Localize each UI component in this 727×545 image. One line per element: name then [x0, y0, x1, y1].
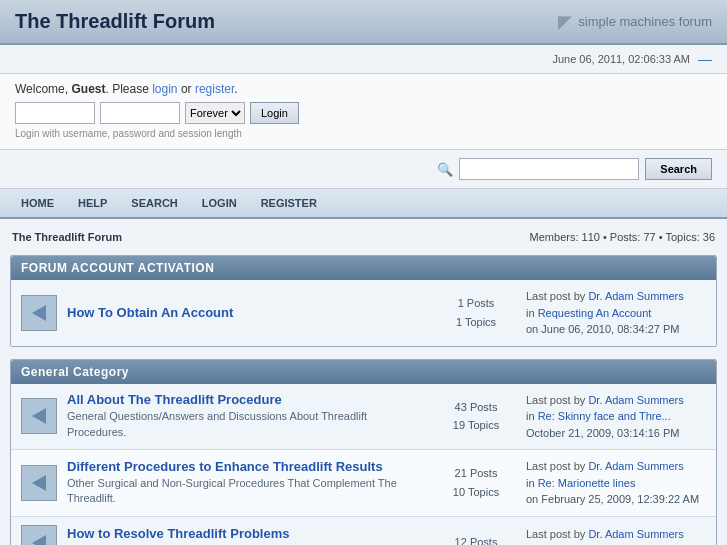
forum-info: How to Resolve Threadlift ProblemsHow To…: [67, 526, 426, 545]
lastpost-thread[interactable]: Re: Skinny face and Thre...: [538, 410, 671, 422]
table-row: How to Resolve Threadlift ProblemsHow To…: [11, 517, 716, 546]
session-select[interactable]: Forever: [185, 102, 245, 124]
lastpost-date: on February 25, 2009, 12:39:22 AM: [526, 493, 699, 505]
posts-count: 12 Posts: [436, 533, 516, 545]
forum-stats: 43 Posts19 Topics: [436, 398, 516, 435]
nav-item-search[interactable]: SEARCH: [120, 193, 188, 213]
password-input[interactable]: [100, 102, 180, 124]
nav-item-home[interactable]: HOME: [10, 193, 65, 213]
navbar: HOMEHELPSEARCHLOGINREGISTER: [0, 189, 727, 219]
forum-title-link[interactable]: Different Procedures to Enhance Threadli…: [67, 459, 383, 474]
forum-info: All About The Threadlift ProcedureGenera…: [67, 392, 426, 440]
forum-description: Other Surgical and Non-Surgical Procedur…: [67, 476, 426, 507]
forum-lastpost: Last post by Dr. Adam Summers: [526, 526, 706, 545]
table-row: All About The Threadlift ProcedureGenera…: [11, 384, 716, 451]
lastpost-label: Last post by: [526, 460, 588, 472]
breadcrumb: The Threadlift Forum: [12, 231, 122, 243]
table-row: How To Obtain An Account1 Posts1 TopicsL…: [11, 280, 716, 346]
forum-body: The Threadlift Forum Members: 110 • Post…: [0, 219, 727, 545]
lastpost-thread[interactable]: Re: Marionette lines: [538, 477, 636, 489]
nav-item-help[interactable]: HELP: [67, 193, 118, 213]
forum-info: How To Obtain An Account: [67, 305, 426, 320]
forum-icon: [21, 525, 57, 546]
search-button[interactable]: Search: [645, 158, 712, 180]
forum-title-link[interactable]: How to Resolve Threadlift Problems: [67, 526, 290, 541]
session-hint: Login with username, password and sessio…: [15, 128, 712, 139]
welcome-bar: Welcome, Guest. Please login or register…: [0, 74, 727, 150]
lastpost-date: on June 06, 2010, 08:34:27 PM: [526, 323, 680, 335]
forum-icon: [21, 398, 57, 434]
table-row: Different Procedures to Enhance Threadli…: [11, 450, 716, 517]
forum-lastpost: Last post by Dr. Adam Summersin Requesti…: [526, 288, 706, 338]
forum-title: The Threadlift Forum: [15, 10, 215, 33]
search-input[interactable]: [459, 158, 639, 180]
topics-count: 10 Topics: [436, 483, 516, 502]
forum-stats: 1 Posts1 Topics: [436, 294, 516, 331]
stats-bar: The Threadlift Forum Members: 110 • Post…: [10, 227, 717, 247]
category-header: General Category: [11, 360, 716, 384]
forum-arrow-icon: [32, 305, 46, 321]
nav-item-login[interactable]: LOGIN: [191, 193, 248, 213]
forum-lastpost: Last post by Dr. Adam Summersin Re: Skin…: [526, 392, 706, 442]
smf-arrow-icon: ◤: [558, 11, 572, 33]
search-bar: 🔍 Search: [0, 150, 727, 189]
lastpost-author[interactable]: Dr. Adam Summers: [588, 528, 683, 540]
topics-count: 19 Topics: [436, 416, 516, 435]
lastpost-thread[interactable]: Requesting An Account: [538, 307, 652, 319]
lastpost-author[interactable]: Dr. Adam Summers: [588, 394, 683, 406]
minimize-button[interactable]: —: [698, 51, 712, 67]
username-input[interactable]: [15, 102, 95, 124]
lastpost-label: Last post by: [526, 528, 588, 540]
forum-info: Different Procedures to Enhance Threadli…: [67, 459, 426, 507]
forum-icon: [21, 465, 57, 501]
datetime: June 06, 2011, 02:06:33 AM: [552, 53, 690, 65]
forum-arrow-icon: [32, 535, 46, 546]
lastpost-author[interactable]: Dr. Adam Summers: [588, 460, 683, 472]
welcome-text: Welcome, Guest. Please login or register…: [15, 82, 712, 96]
lastpost-label: Last post by: [526, 394, 588, 406]
guest-label: Guest: [71, 82, 105, 96]
topbar: June 06, 2011, 02:06:33 AM —: [0, 45, 727, 74]
register-link[interactable]: register: [195, 82, 234, 96]
posts-count: 1 Posts: [436, 294, 516, 313]
lastpost-in-label: in: [526, 307, 538, 319]
nav-item-register[interactable]: REGISTER: [250, 193, 328, 213]
posts-count: 21 Posts: [436, 464, 516, 483]
lastpost-in-label: in: [526, 410, 538, 422]
search-icon: 🔍: [437, 162, 453, 177]
forum-title-link[interactable]: How To Obtain An Account: [67, 305, 233, 320]
lastpost-date: October 21, 2009, 03:14:16 PM: [526, 427, 680, 439]
lastpost-label: Last post by: [526, 290, 588, 302]
smf-brand: ◤ simple machines forum: [558, 11, 712, 33]
lastpost-in-label: in: [526, 477, 538, 489]
forum-section-forum-account: FORUM ACCOUNT ACTIVATIONHow To Obtain An…: [10, 255, 717, 347]
forum-section-general-category: General CategoryAll About The Threadlift…: [10, 359, 717, 546]
category-header: FORUM ACCOUNT ACTIVATION: [11, 256, 716, 280]
forum-lastpost: Last post by Dr. Adam Summersin Re: Mari…: [526, 458, 706, 508]
forum-description: General Questions/Answers and Discussion…: [67, 409, 426, 440]
login-button[interactable]: Login: [250, 102, 299, 124]
forum-icon: [21, 295, 57, 331]
forum-title-link[interactable]: All About The Threadlift Procedure: [67, 392, 282, 407]
stats-text: Members: 110 • Posts: 77 • Topics: 36: [530, 231, 715, 243]
lastpost-author[interactable]: Dr. Adam Summers: [588, 290, 683, 302]
login-form: Forever Login: [15, 102, 712, 124]
topics-count: 1 Topics: [436, 313, 516, 332]
posts-count: 43 Posts: [436, 398, 516, 417]
forum-stats: 12 Posts: [436, 533, 516, 545]
forum-stats: 21 Posts10 Topics: [436, 464, 516, 501]
forum-arrow-icon: [32, 408, 46, 424]
site-header: The Threadlift Forum ◤ simple machines f…: [0, 0, 727, 45]
login-link[interactable]: login: [152, 82, 177, 96]
forum-arrow-icon: [32, 475, 46, 491]
